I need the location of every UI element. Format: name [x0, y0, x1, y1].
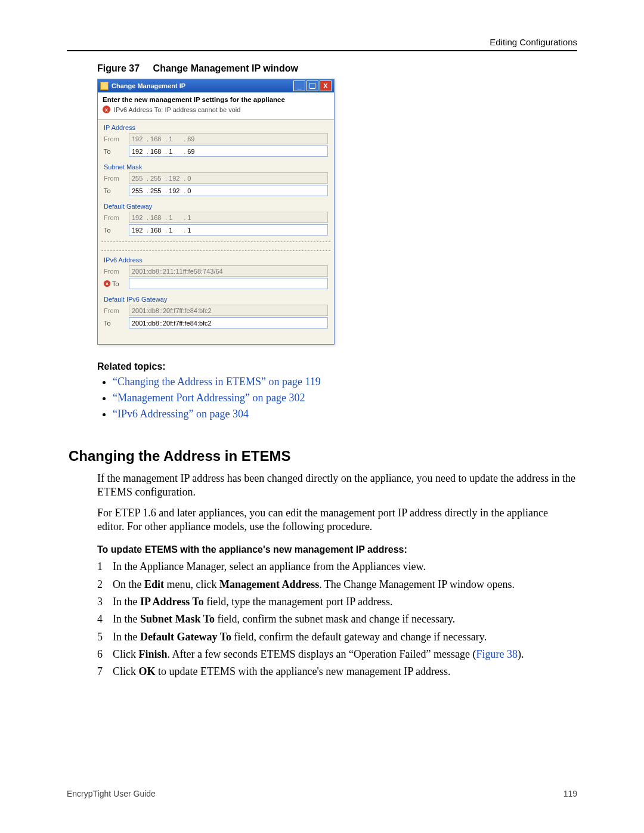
figure-caption: Figure 37 Change Management IP window: [97, 63, 577, 74]
titlebar[interactable]: Change Management IP _ X: [98, 79, 334, 92]
step: In the Default Gateway To field, confirm…: [97, 630, 577, 644]
related-topics-heading: Related topics:: [97, 361, 577, 372]
ip-address-title: IP Address: [104, 124, 328, 131]
gw-from-field: 192. 168. 1. 1: [129, 212, 328, 223]
gw-from-oct1: 192: [132, 214, 145, 221]
ip-from-oct2: 168: [150, 135, 163, 143]
gw-from-oct3: 1: [169, 214, 182, 221]
step: Click Finish. After a few seconds ETEMS …: [97, 648, 577, 661]
mask-to-oct1[interactable]: 255: [132, 187, 145, 194]
ipv6-address-section: IPv6 Address From 2001:db8::211:11ff:fe5…: [98, 252, 334, 292]
ipv6-to-label-text: To: [112, 280, 119, 287]
figure-number: Figure 37: [97, 63, 140, 73]
ip-to-oct3[interactable]: 1: [169, 148, 182, 155]
step: In the Subnet Mask To field, confirm the…: [97, 612, 577, 626]
maximize-button[interactable]: [306, 80, 318, 91]
gw-to-oct2[interactable]: 168: [150, 227, 163, 234]
step: On the Edit menu, click Management Addre…: [97, 578, 577, 592]
related-link: “IPv6 Addressing” on page 304: [113, 408, 577, 420]
link-management-port-addressing[interactable]: “Management Port Addressing” on page 302: [113, 392, 305, 404]
step-bold: Finish: [139, 648, 168, 660]
step: In the Appliance Manager, select an appl…: [97, 560, 577, 574]
gw-to-oct3[interactable]: 1: [169, 227, 182, 234]
page-number: 119: [564, 789, 577, 798]
app-icon: [100, 82, 109, 90]
step-text: In the: [113, 613, 140, 625]
ip-to-oct1[interactable]: 192: [132, 148, 145, 155]
step-text: In the: [113, 631, 140, 643]
error-icon: x: [104, 280, 110, 287]
ipv6-from-label: From: [104, 268, 129, 275]
subnet-mask-section: Subnet Mask From 255. 255. 192. 0 To 255…: [98, 159, 334, 199]
mask-to-field[interactable]: 255. 255. 192. 0: [129, 185, 328, 196]
ipv6gw-from-value: 2001:db8::20f:f7ff:fe84:bfc2: [132, 307, 212, 314]
mask-to-oct4[interactable]: 0: [187, 187, 200, 194]
related-link: “Management Port Addressing” on page 302: [113, 392, 577, 404]
step-bold: Default Gateway To: [140, 631, 231, 643]
gw-to-oct4[interactable]: 1: [187, 227, 200, 234]
close-button[interactable]: X: [320, 80, 332, 91]
ipv6-to-field[interactable]: [129, 278, 328, 289]
validation-error: x IPv6 Address To: IP address cannot be …: [103, 106, 329, 113]
step-text: menu, click: [164, 578, 219, 590]
step-text: Click: [113, 648, 139, 660]
ipv6-address-title: IPv6 Address: [104, 256, 328, 264]
minimize-button[interactable]: _: [293, 80, 305, 91]
gw-from-label: From: [104, 214, 129, 221]
step-bold: Subnet Mask To: [140, 613, 215, 625]
mask-from-oct1: 255: [132, 175, 145, 182]
related-link: “Changing the Address in ETEMS” on page …: [113, 376, 577, 388]
step-text: . The Change Management IP window opens.: [319, 578, 515, 590]
gw-to-oct1[interactable]: 192: [132, 227, 145, 234]
ipv6-from-field: 2001:db8::211:11ff:fe58:743/64: [129, 265, 328, 277]
step-text: ).: [518, 648, 524, 660]
error-text: IPv6 Address To: IP address cannot be vo…: [114, 106, 240, 113]
ipv6-gateway-title: Default IPv6 Gateway: [104, 296, 328, 303]
mask-from-oct2: 255: [150, 175, 163, 182]
body-paragraph: For ETEP 1.6 and later appliances, you c…: [97, 506, 577, 534]
step-text: In the Appliance Manager, select an appl…: [113, 561, 426, 572]
step-bold: OK: [139, 665, 156, 677]
window-heading: Enter the new management IP settings for…: [103, 96, 329, 103]
step-text: . After a few seconds ETEMS displays an …: [168, 648, 476, 660]
link-changing-address[interactable]: “Changing the Address in ETEMS” on page …: [113, 376, 321, 388]
ipv6gw-from-label: From: [104, 307, 129, 314]
ip-from-oct3: 1: [169, 135, 182, 143]
step-bold: IP Address To: [140, 596, 204, 608]
gw-to-field[interactable]: 192. 168. 1. 1: [129, 224, 328, 236]
link-ipv6-addressing[interactable]: “IPv6 Addressing” on page 304: [113, 408, 249, 420]
ip-from-field: 192. 168. 1. 69: [129, 133, 328, 144]
window-title: Change Management IP: [112, 82, 185, 89]
mask-from-field: 255. 255. 192. 0: [129, 172, 328, 184]
change-management-ip-window: Change Management IP _ X Enter the new m…: [97, 79, 335, 345]
mask-to-oct3[interactable]: 192: [169, 187, 182, 194]
ip-from-oct1: 192: [132, 135, 145, 143]
step-text: to update ETEMS with the appliance's new…: [156, 665, 451, 677]
page-footer: EncrypTight User Guide 119: [67, 789, 577, 798]
figure-title: Change Management IP window: [153, 63, 298, 73]
ipv6-from-value: 2001:db8::211:11ff:fe58:743/64: [132, 268, 223, 275]
related-topics-list: “Changing the Address in ETEMS” on page …: [97, 376, 577, 420]
ipv6gw-to-value[interactable]: 2001:db8::20f:f7ff:fe84:bfc2: [132, 320, 212, 327]
step-text: field, confirm the default gateway and c…: [231, 631, 487, 643]
step-bold: Edit: [144, 578, 164, 590]
default-gateway-title: Default Gateway: [104, 203, 328, 210]
ip-to-oct4[interactable]: 69: [187, 148, 200, 155]
ip-from-label: From: [104, 135, 129, 143]
step-bold: Management Address: [219, 578, 319, 590]
figure-xref[interactable]: Figure 38: [476, 648, 518, 660]
body-paragraph: If the management IP address has been ch…: [97, 472, 577, 499]
ipv6gw-to-field[interactable]: 2001:db8::20f:f7ff:fe84:bfc2: [129, 317, 328, 329]
ipv6-to-label: x To: [104, 280, 129, 287]
ip-to-label: To: [104, 148, 129, 155]
ip-to-oct2[interactable]: 168: [150, 148, 163, 155]
section-heading: Changing the Address in ETEMS: [69, 448, 577, 465]
mask-to-oct2[interactable]: 255: [150, 187, 163, 194]
step-text: Click: [113, 665, 139, 677]
step-text: field, confirm the subnet mask and chang…: [215, 613, 455, 625]
gw-to-label: To: [104, 227, 129, 234]
step-text: In the: [113, 596, 140, 608]
gw-from-oct2: 168: [150, 214, 163, 221]
procedure-heading: To update ETEMS with the appliance's new…: [97, 544, 577, 555]
ip-to-field[interactable]: 192. 168. 1. 69: [129, 145, 328, 157]
